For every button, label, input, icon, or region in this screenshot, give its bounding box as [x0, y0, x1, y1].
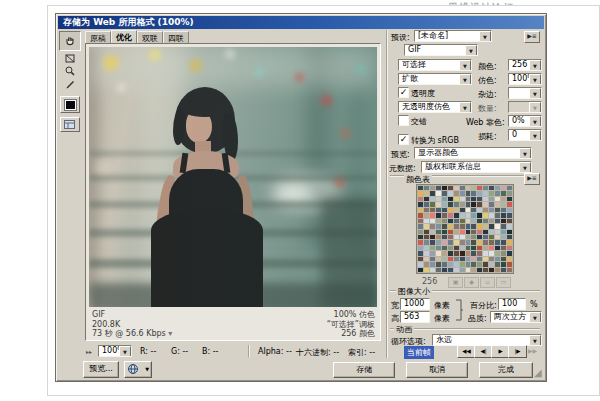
color-swatch[interactable] — [430, 240, 435, 244]
color-swatch[interactable] — [495, 230, 500, 234]
color-swatch[interactable] — [501, 230, 506, 234]
color-swatch[interactable] — [471, 202, 476, 206]
color-swatch[interactable] — [436, 224, 441, 228]
color-reduction-select[interactable]: 可选择▼ — [398, 59, 472, 71]
color-swatch[interactable] — [424, 208, 429, 212]
color-swatch[interactable] — [477, 191, 482, 195]
chevron-down-icon[interactable]: ▼ — [529, 60, 541, 71]
color-swatch[interactable] — [507, 219, 512, 223]
color-swatch[interactable] — [477, 186, 482, 190]
color-swatch[interactable] — [436, 191, 441, 195]
color-swatch[interactable] — [466, 224, 471, 228]
percent-field[interactable]: 100 — [498, 298, 526, 310]
color-swatch[interactable] — [483, 202, 488, 206]
color-swatch[interactable] — [454, 197, 459, 201]
color-swatch[interactable] — [430, 186, 435, 190]
color-swatch[interactable] — [477, 213, 482, 217]
color-swatch[interactable] — [460, 208, 465, 212]
color-swatch[interactable] — [477, 224, 482, 228]
color-swatch[interactable] — [460, 257, 465, 261]
color-swatch[interactable] — [454, 235, 459, 239]
color-swatch[interactable] — [430, 197, 435, 201]
color-swatch[interactable] — [448, 197, 453, 201]
color-swatch[interactable] — [466, 219, 471, 223]
color-swatch[interactable] — [436, 202, 441, 206]
chevron-down-icon[interactable]: ▼ — [465, 45, 477, 56]
color-swatch[interactable] — [436, 235, 441, 239]
color-swatch[interactable] — [466, 213, 471, 217]
color-swatch[interactable] — [436, 230, 441, 234]
color-swatch[interactable] — [477, 268, 482, 272]
color-swatch[interactable] — [466, 191, 471, 195]
color-swatch[interactable] — [424, 197, 429, 201]
color-swatch[interactable] — [466, 257, 471, 261]
color-swatch[interactable] — [460, 202, 465, 206]
color-swatch[interactable] — [460, 251, 465, 255]
color-swatch[interactable] — [430, 219, 435, 223]
color-swatch[interactable] — [418, 240, 423, 244]
transparency-checkbox[interactable]: ✓ — [398, 87, 409, 98]
color-swatch[interactable] — [489, 219, 494, 223]
preview-pane[interactable]: GIF 200.8K 73 秒 @ 56.6 Kbps ▾ 100% 仿色 “可… — [85, 43, 381, 341]
color-swatch[interactable] — [418, 235, 423, 239]
color-swatch[interactable] — [460, 213, 465, 217]
color-swatch[interactable] — [448, 262, 453, 266]
color-swatch[interactable] — [477, 262, 482, 266]
color-swatch[interactable] — [507, 268, 512, 272]
color-swatch[interactable] — [495, 240, 500, 244]
chevron-down-icon[interactable]: ▼ — [529, 312, 541, 323]
zoom-level-select[interactable]: 100%▼ — [98, 345, 132, 357]
colors-field[interactable]: 256▼ — [508, 59, 542, 71]
color-swatch[interactable] — [483, 208, 488, 212]
color-swatch[interactable] — [442, 224, 447, 228]
color-swatch[interactable] — [489, 230, 494, 234]
chevron-down-icon[interactable]: ▼ — [145, 366, 149, 372]
color-swatch[interactable] — [424, 186, 429, 190]
color-swatch[interactable] — [466, 246, 471, 250]
color-swatch[interactable] — [483, 186, 488, 190]
dither-method-select[interactable]: 扩散▼ — [398, 73, 472, 85]
color-swatch[interactable] — [418, 246, 423, 250]
color-swatch[interactable] — [430, 202, 435, 206]
color-swatch[interactable] — [489, 246, 494, 250]
color-swatch[interactable] — [460, 191, 465, 195]
color-swatch[interactable] — [483, 224, 488, 228]
color-swatch[interactable] — [442, 197, 447, 201]
color-swatch[interactable] — [430, 262, 435, 266]
color-swatch[interactable] — [489, 202, 494, 206]
color-swatch[interactable] — [471, 251, 476, 255]
color-swatch[interactable] — [448, 202, 453, 206]
color-swatch[interactable] — [424, 224, 429, 228]
color-swatch[interactable] — [442, 208, 447, 212]
color-swatch[interactable] — [501, 186, 506, 190]
color-swatch[interactable] — [466, 268, 471, 272]
color-swatch[interactable] — [442, 251, 447, 255]
dialog-titlebar[interactable]: 存储为 Web 所用格式 (100%) — [58, 16, 544, 29]
chevron-down-icon[interactable]: ▼ — [459, 74, 471, 85]
color-swatch[interactable] — [489, 251, 494, 255]
color-swatch[interactable] — [460, 197, 465, 201]
color-swatch[interactable] — [442, 240, 447, 244]
color-swatch[interactable] — [418, 230, 423, 234]
color-swatch[interactable] — [448, 224, 453, 228]
color-swatch[interactable] — [448, 257, 453, 261]
color-swatch[interactable] — [466, 240, 471, 244]
color-swatch[interactable] — [454, 213, 459, 217]
color-swatch[interactable] — [430, 246, 435, 250]
color-swatch[interactable] — [483, 197, 488, 201]
height-field[interactable]: 563 — [400, 311, 430, 323]
color-swatch[interactable] — [448, 208, 453, 212]
color-swatch[interactable] — [471, 186, 476, 190]
panel-menu-button[interactable]: ▶≡ — [524, 31, 540, 43]
color-swatch[interactable] — [483, 235, 488, 239]
color-swatch[interactable] — [507, 246, 512, 250]
color-swatch[interactable] — [424, 219, 429, 223]
color-swatch[interactable] — [501, 251, 506, 255]
color-swatch[interactable] — [454, 186, 459, 190]
chevron-down-icon[interactable]: ▼ — [519, 148, 531, 159]
save-button[interactable]: 存储 — [333, 362, 395, 378]
color-swatch[interactable] — [448, 246, 453, 250]
color-swatch[interactable] — [495, 224, 500, 228]
color-swatch[interactable] — [448, 230, 453, 234]
color-swatch[interactable] — [454, 240, 459, 244]
